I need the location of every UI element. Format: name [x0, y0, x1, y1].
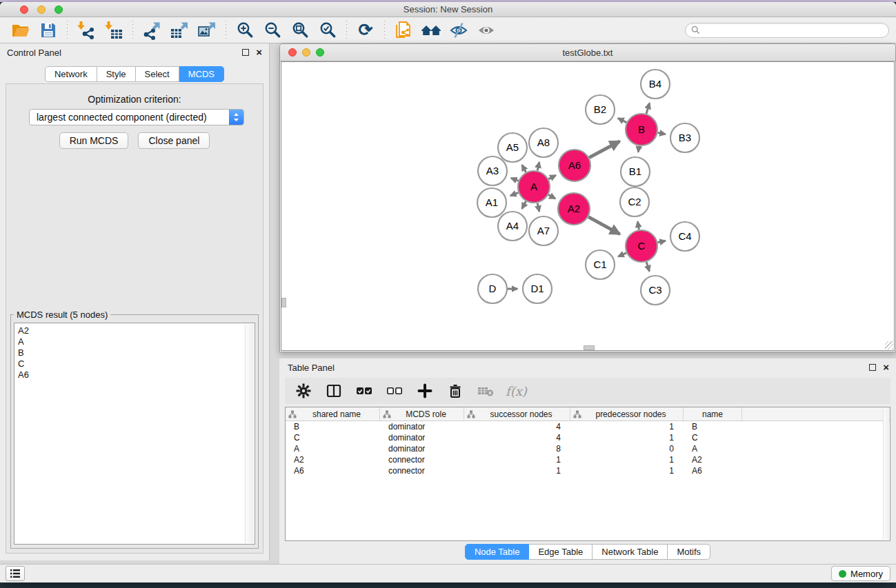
- function-builder-button[interactable]: f(x): [506, 381, 527, 401]
- table-row[interactable]: A6connector11A6: [286, 465, 890, 476]
- resize-grip[interactable]: [885, 341, 893, 349]
- deselect-all-button[interactable]: [384, 381, 405, 401]
- graph-edge-B-B2[interactable]: [618, 119, 626, 123]
- graph-node-B[interactable]: B: [626, 114, 657, 145]
- graph-edge-A-A5[interactable]: [522, 165, 526, 172]
- table-row[interactable]: Cdominator41C: [286, 432, 890, 443]
- graph-node-A1[interactable]: A1: [477, 188, 506, 217]
- network-horizontal-scrollbar[interactable]: [584, 345, 595, 350]
- show-graphics-button[interactable]: [472, 19, 500, 41]
- graph-node-A[interactable]: A: [518, 171, 550, 203]
- zoom-fit-button[interactable]: [286, 19, 314, 41]
- graph-edge-A-A8[interactable]: [537, 162, 539, 170]
- graph-edge-A-A2[interactable]: [548, 195, 555, 199]
- search-input[interactable]: [704, 25, 883, 35]
- graph-edge-A-A6[interactable]: [548, 175, 555, 179]
- graph-edge-A6-B[interactable]: [589, 141, 619, 158]
- save-session-button[interactable]: [34, 19, 62, 41]
- table-row[interactable]: A2connector11A2: [286, 454, 890, 465]
- graph-edge-A-A1[interactable]: [510, 192, 519, 195]
- mcds-result-item[interactable]: B: [14, 347, 255, 358]
- mcds-result-list[interactable]: A2ABCA6: [14, 323, 255, 545]
- graph-edge-A2-C[interactable]: [588, 217, 619, 234]
- graph-node-D[interactable]: D: [478, 274, 507, 303]
- table-row[interactable]: Adominator80A: [286, 443, 890, 454]
- zoom-out-button[interactable]: [259, 19, 286, 41]
- tab-motifs[interactable]: Motifs: [668, 544, 710, 560]
- column-header-successor-nodes[interactable]: successor nodes: [464, 407, 570, 420]
- graph-node-A2[interactable]: A2: [558, 193, 590, 225]
- graph-edge-B-B3[interactable]: [658, 132, 666, 134]
- tab-mcds[interactable]: MCDS: [179, 66, 224, 82]
- task-history-button[interactable]: [6, 566, 25, 581]
- graph-node-C[interactable]: C: [626, 230, 657, 262]
- export-network-button[interactable]: [138, 19, 166, 41]
- zoom-selected-button[interactable]: [314, 19, 341, 41]
- add-column-button[interactable]: [415, 381, 435, 401]
- tab-style[interactable]: Style: [97, 66, 136, 82]
- result-scrollbar[interactable]: [245, 324, 254, 543]
- mcds-result-item[interactable]: C: [14, 358, 255, 369]
- graph-edge-B-B1[interactable]: [638, 146, 639, 152]
- mcds-result-item[interactable]: A2: [14, 325, 255, 336]
- column-header-predecessor-nodes[interactable]: predecessor nodes: [570, 407, 684, 420]
- graph-edge-C-C2[interactable]: [637, 221, 639, 230]
- refresh-view-button[interactable]: ⟳: [352, 19, 379, 41]
- mcds-result-item[interactable]: A: [14, 336, 255, 347]
- float-table-panel-button[interactable]: [869, 364, 876, 371]
- graph-edge-A-A7[interactable]: [537, 203, 539, 211]
- graph-edge-C-C1[interactable]: [618, 253, 626, 256]
- network-canvas[interactable]: B4B2BB3A5A8A6B1A3AA1C2A2A4A7C4CC1C3DD1: [281, 61, 895, 351]
- zoom-in-button[interactable]: [231, 19, 259, 41]
- close-panel-button-mcds[interactable]: Close panel: [138, 132, 210, 149]
- tab-network[interactable]: Network: [45, 66, 97, 82]
- tab-edge-table[interactable]: Edge Table: [529, 544, 593, 560]
- mcds-result-item[interactable]: A6: [14, 369, 255, 381]
- select-all-button[interactable]: [354, 381, 375, 401]
- new-network-from-file-button[interactable]: [390, 19, 417, 41]
- tab-select[interactable]: Select: [136, 66, 179, 82]
- export-image-button[interactable]: [193, 19, 221, 41]
- graph-node-B3[interactable]: B3: [670, 123, 699, 152]
- show-column-panel-button[interactable]: [323, 381, 344, 401]
- column-header-shared-name[interactable]: shared name: [286, 407, 380, 420]
- graph-node-B2[interactable]: B2: [586, 95, 615, 124]
- close-table-panel-button[interactable]: ×: [883, 364, 889, 371]
- graph-node-A8[interactable]: A8: [529, 128, 558, 157]
- table-row[interactable]: Bdominator41B: [286, 421, 890, 432]
- tab-network-table[interactable]: Network Table: [593, 544, 668, 560]
- graph-node-A5[interactable]: A5: [498, 133, 527, 162]
- graph-edge-C-C3[interactable]: [646, 262, 649, 272]
- column-header-MCDS-role[interactable]: MCDS role: [380, 407, 464, 420]
- optimization-criterion-select[interactable]: largest connected component (directed): [29, 109, 244, 125]
- graph-node-C4[interactable]: C4: [670, 222, 699, 251]
- graph-node-A3[interactable]: A3: [478, 156, 507, 185]
- graph-edge-B-B4[interactable]: [646, 103, 650, 114]
- close-panel-button[interactable]: ×: [256, 49, 262, 56]
- float-panel-button[interactable]: [242, 49, 249, 56]
- table-scrollbar[interactable]: [883, 408, 889, 540]
- table-options-button[interactable]: [293, 381, 314, 401]
- network-vertical-scrollbar[interactable]: [281, 298, 286, 307]
- graph-node-B4[interactable]: B4: [641, 70, 670, 99]
- open-session-button[interactable]: [7, 19, 34, 41]
- graph-node-A7[interactable]: A7: [529, 216, 558, 245]
- hide-graphics-button[interactable]: [445, 19, 472, 41]
- graph-node-B1[interactable]: B1: [621, 157, 650, 186]
- graph-node-C2[interactable]: C2: [620, 187, 649, 216]
- export-table-button[interactable]: [166, 19, 193, 41]
- run-mcds-button[interactable]: Run MCDS: [59, 132, 129, 149]
- delete-table-button[interactable]: [475, 381, 496, 401]
- graph-edge-A-A4[interactable]: [522, 201, 526, 209]
- home-network-button[interactable]: [417, 19, 445, 41]
- graph-node-A4[interactable]: A4: [498, 212, 527, 241]
- graph-edge-A-A3[interactable]: [511, 178, 519, 181]
- import-table-button[interactable]: [100, 19, 128, 41]
- search-field[interactable]: [685, 23, 889, 38]
- column-header-name[interactable]: name: [684, 407, 742, 420]
- graph-node-D1[interactable]: D1: [523, 274, 552, 303]
- graph-node-C1[interactable]: C1: [586, 250, 615, 279]
- graph-edge-C-C4[interactable]: [657, 241, 665, 243]
- memory-button[interactable]: Memory: [831, 566, 890, 581]
- delete-column-button[interactable]: [445, 381, 466, 401]
